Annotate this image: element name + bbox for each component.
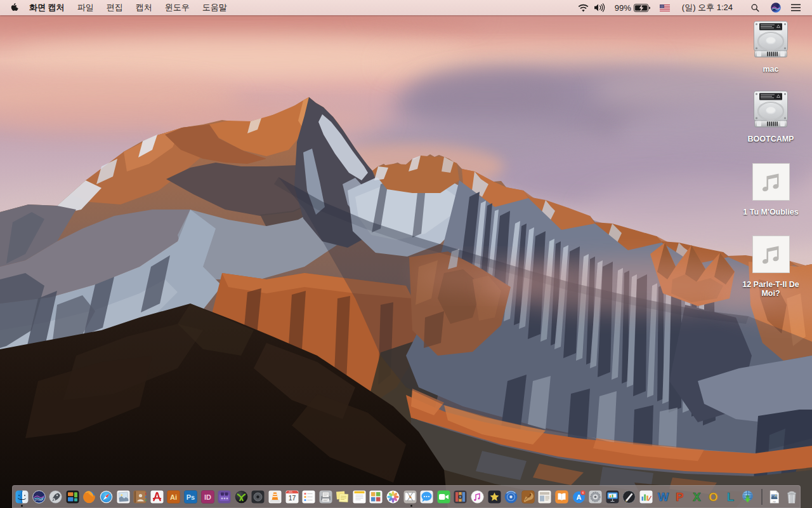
svg-text:O: O [709, 490, 718, 504]
svg-text:ID: ID [204, 493, 211, 501]
svg-text:X: X [693, 490, 701, 504]
svg-text:A: A [576, 493, 581, 501]
svg-text:L: L [727, 490, 734, 504]
svg-text:4: 4 [582, 491, 584, 494]
svg-text:W: W [657, 490, 669, 504]
svg-text:zip: zip [773, 500, 775, 503]
svg-text:P: P [676, 490, 683, 504]
svg-text:17: 17 [288, 494, 296, 502]
svg-text:Ai: Ai [170, 493, 177, 501]
svg-text:JUL: JUL [289, 491, 292, 493]
svg-text:Ps: Ps [187, 493, 195, 501]
